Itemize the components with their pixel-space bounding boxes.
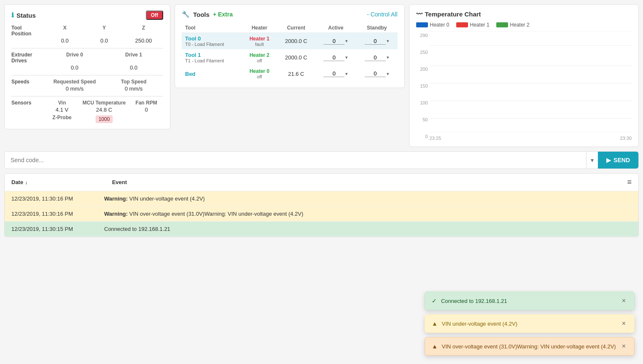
standby-cell[interactable]: ▾ [356, 49, 397, 66]
send-code-input[interactable] [5, 152, 586, 169]
active-dropdown-arrow[interactable]: ▾ [345, 38, 348, 44]
current-cell: 2000.0 C [277, 33, 315, 50]
y-header: Y [84, 25, 124, 37]
active-dropdown-arrow[interactable]: ▾ [345, 71, 348, 77]
standby-cell[interactable]: ▾ [356, 33, 397, 50]
legend-swatch [496, 22, 508, 27]
tool-name-cell[interactable]: Tool 0 T0 - Load Filament [182, 33, 242, 50]
x-value: 0.0 [45, 37, 84, 44]
legend-label: Heater 1 [470, 22, 490, 28]
legend-label: Heater 0 [430, 22, 449, 28]
chart-svg [430, 31, 632, 132]
active-input[interactable] [323, 54, 344, 61]
wrench-icon: 🔧 [182, 11, 190, 18]
log-date: 12/23/2019, 11:30:16 PM [11, 195, 104, 202]
current-cell: 21.6 C [277, 66, 315, 82]
extra-link[interactable]: + Extra [213, 11, 233, 18]
y-axis-label: 100 [416, 100, 428, 105]
top-speed-header: Top Speed [104, 79, 163, 85]
chart-inner [430, 31, 632, 132]
vin-header: Vin [45, 100, 79, 106]
legend-item: Heater 0 [416, 22, 449, 28]
tools-title-text: Tools [193, 11, 210, 18]
current-cell: 2000.0 C [277, 49, 315, 66]
legend-swatch [416, 22, 428, 27]
tool-name-cell[interactable]: Bed [182, 66, 242, 82]
event-column-header: Event [112, 179, 127, 185]
standby-dropdown-arrow[interactable]: ▾ [387, 71, 389, 77]
log-menu-button[interactable]: ≡ [627, 178, 632, 187]
requested-speed-header: Requested Speed [45, 79, 104, 85]
legend-label: Heater 2 [510, 22, 530, 28]
tools-panel: 🔧 Tools + Extra - Control All Tool Heate… [175, 4, 405, 88]
drive0-value: 0.0 [45, 64, 104, 71]
x-header: X [45, 25, 84, 37]
standby-input[interactable] [365, 38, 386, 45]
power-toggle-button[interactable]: Off [146, 11, 163, 20]
chart-icon: 〰 [416, 11, 422, 18]
active-cell[interactable]: ▾ [315, 33, 356, 50]
temperature-chart-panel: 〰 Temperature Chart Heater 0Heater 1Heat… [409, 4, 639, 147]
send-button[interactable]: ▶ SEND [598, 152, 638, 169]
log-row: 12/23/2019, 11:30:15 PMConnected to 192.… [5, 222, 638, 237]
active-input[interactable] [323, 38, 344, 45]
legend-swatch [456, 22, 468, 27]
tool-name-cell[interactable]: Tool 1 T1 - Load Filament [182, 49, 242, 66]
y-axis-label: 0 [416, 134, 428, 139]
y-axis-label: 50 [416, 117, 428, 122]
log-event: Warning: VIN under-voltage event (4.2V) [104, 195, 632, 202]
active-input[interactable] [323, 70, 344, 77]
temperature-chart-area: 290250200150100500 23:2523:30 [416, 31, 632, 141]
zprobe-value: 1000 [79, 115, 129, 123]
axes-section: ToolPosition X Y Z 0.0 0.0 250.00 [11, 25, 163, 44]
drive1-header: Drive 1 [104, 52, 163, 64]
active-cell[interactable]: ▾ [315, 66, 356, 82]
standby-dropdown-arrow[interactable]: ▾ [387, 55, 389, 60]
legend-item: Heater 2 [496, 22, 530, 28]
standby-input[interactable] [365, 54, 386, 61]
requested-speed-value: 0 mm/s [45, 86, 104, 92]
y-axis-label: 250 [416, 50, 428, 55]
standby-dropdown-arrow[interactable]: ▾ [387, 38, 389, 44]
date-column-header: Date ↓ [11, 179, 28, 185]
top-speed-value: 0 mm/s [104, 86, 163, 92]
position-label: ToolPosition [11, 25, 45, 37]
log-date: 12/23/2019, 11:30:15 PM [11, 226, 104, 232]
speeds-section: Speeds Requested Speed Top Speed 0 mm/s … [11, 79, 163, 92]
status-title: ℹ Status [11, 11, 36, 19]
sensors-section: Sensors Vin MCU Temperature Fan RPM 4.1 … [11, 100, 163, 123]
log-date: 12/23/2019, 11:30:16 PM [11, 211, 104, 217]
fan-rpm-value: 0 [129, 107, 163, 113]
drive1-value: 0.0 [104, 64, 163, 71]
y-axis-label: 200 [416, 67, 428, 72]
active-cell[interactable]: ▾ [315, 49, 356, 66]
tool-row: Tool 0 T0 - Load Filament Heater 1 fault… [182, 33, 398, 50]
standby-input[interactable] [365, 70, 386, 77]
log-rows-container: 12/23/2019, 11:30:16 PMWarning: VIN unde… [5, 191, 638, 237]
log-row: 12/23/2019, 11:30:16 PMWarning: VIN over… [5, 206, 638, 222]
tool-row: Bed Heater 0 off 21.6 C ▾ ▾ [182, 66, 398, 82]
standby-cell[interactable]: ▾ [356, 66, 397, 82]
speeds-label: Speeds [11, 79, 45, 85]
extruder-section: ExtruderDrives Drive 0 Drive 1 0.0 0.0 [11, 52, 163, 71]
fan-rpm-header: Fan RPM [129, 100, 163, 106]
send-icon: ▶ [606, 157, 611, 163]
y-axis-label: 150 [416, 83, 428, 88]
extruder-label: ExtruderDrives [11, 52, 45, 64]
heater-cell: Heater 1 fault [242, 33, 277, 50]
zprobe-header: Z-Probe [45, 115, 79, 123]
current-col-header: Current [277, 23, 315, 33]
active-dropdown-arrow[interactable]: ▾ [345, 55, 348, 60]
y-value: 0.0 [84, 37, 124, 44]
chart-title-text: Temperature Chart [425, 11, 481, 18]
mcu-temp-value: 24.8 C [79, 107, 129, 113]
z-header: Z [124, 25, 163, 37]
drive0-header: Drive 0 [45, 52, 104, 64]
send-dropdown-button[interactable]: ▾ [586, 152, 598, 169]
log-row: 12/23/2019, 11:30:16 PMWarning: VIN unde… [5, 191, 638, 206]
control-all-button[interactable]: - Control All [367, 11, 397, 18]
log-panel: Date ↓ Event ≡ 12/23/2019, 11:30:16 PMWa… [4, 173, 639, 237]
send-bar: ▾ ▶ SEND [4, 151, 639, 169]
info-icon: ℹ [11, 11, 14, 19]
vin-value: 4.1 V [45, 107, 79, 113]
